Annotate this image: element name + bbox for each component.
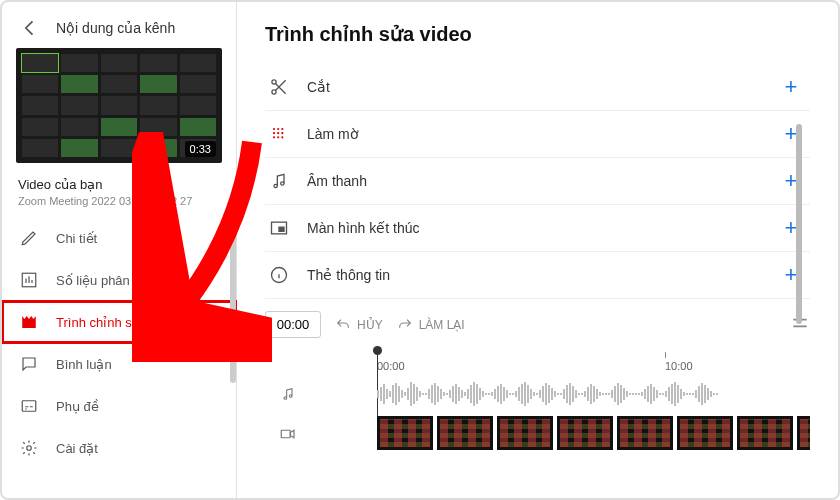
timeline-ruler: 00:00 10:00 — [265, 350, 810, 374]
gear-icon — [20, 439, 38, 457]
svg-point-11 — [273, 136, 275, 138]
sidebar-title: Nội dung của kênh — [56, 20, 175, 36]
editor-tool-list: Cắt + Làm mờ + — [265, 64, 810, 299]
tool-row-infocard[interactable]: Thẻ thông tin + — [265, 252, 810, 299]
endscreen-icon — [269, 218, 289, 238]
nav-item-subtitles[interactable]: Phụ đề — [2, 385, 236, 427]
nav-label: Bình luận — [56, 357, 112, 372]
svg-point-4 — [272, 90, 276, 94]
video-user-title: Video của bạn — [18, 177, 220, 192]
tool-list-scrollbar[interactable] — [796, 124, 802, 324]
nav-label: Phụ đề — [56, 399, 99, 414]
camera-icon — [265, 425, 311, 443]
back-arrow-icon[interactable] — [20, 18, 40, 38]
tool-row-cut[interactable]: Cắt + — [265, 64, 810, 111]
nav-item-analytics[interactable]: Số liệu phân tích — [2, 259, 236, 301]
nav-item-details[interactable]: Chi tiết — [2, 217, 236, 259]
info-icon — [269, 265, 289, 285]
svg-point-14 — [274, 184, 277, 187]
tool-label: Làm mờ — [307, 126, 359, 142]
svg-point-15 — [281, 182, 284, 185]
svg-rect-17 — [279, 227, 284, 231]
plus-icon[interactable]: + — [780, 76, 802, 98]
svg-point-6 — [277, 128, 279, 130]
svg-point-9 — [277, 132, 279, 134]
sidebar: Nội dung của kênh 0:33 Video của bạn Zoo… — [2, 2, 237, 498]
music-note-icon — [269, 171, 289, 191]
undo-button[interactable]: HỦY — [335, 317, 383, 333]
video-filename: Zoom Meeting 2022 03 30 08 02 27 — [18, 195, 220, 207]
page-title: Trình chỉnh sửa video — [265, 22, 810, 46]
redo-label: LÀM LẠI — [419, 318, 465, 332]
pencil-icon — [20, 229, 38, 247]
tool-row-blur[interactable]: Làm mờ + — [265, 111, 810, 158]
nav-label: Trình chỉnh sửa — [56, 315, 147, 330]
svg-point-8 — [273, 132, 275, 134]
tool-label: Cắt — [307, 79, 330, 95]
analytics-icon — [20, 271, 38, 289]
video-thumbnail[interactable]: 0:33 — [2, 48, 236, 171]
svg-rect-1 — [22, 401, 36, 412]
undo-label: HỦY — [357, 318, 383, 332]
scissors-icon — [269, 77, 289, 97]
comments-icon — [20, 355, 38, 373]
svg-point-20 — [289, 395, 292, 398]
tool-row-audio[interactable]: Âm thanh + — [265, 158, 810, 205]
svg-point-13 — [281, 136, 283, 138]
nav-label: Cài đặt — [56, 441, 98, 456]
subtitles-icon — [20, 397, 38, 415]
redo-button[interactable]: LÀM LẠI — [397, 317, 465, 333]
svg-point-5 — [273, 128, 275, 130]
svg-rect-21 — [281, 430, 290, 438]
sidebar-nav: Chi tiết Số liệu phân tích Trình chỉnh s… — [2, 217, 236, 469]
tool-row-endscreen[interactable]: Màn hình kết thúc + — [265, 205, 810, 252]
sidebar-scrollbar[interactable] — [230, 14, 236, 486]
sidebar-header: Nội dung của kênh — [2, 14, 236, 48]
svg-point-19 — [284, 397, 287, 400]
ruler-mark: 00:00 — [377, 350, 405, 372]
video-track[interactable] — [265, 414, 810, 454]
music-note-icon — [265, 386, 311, 402]
svg-point-2 — [27, 446, 32, 451]
clapperboard-icon — [20, 313, 38, 331]
svg-point-7 — [281, 128, 283, 130]
main-panel: Trình chỉnh sửa video Cắt + — [237, 2, 838, 498]
nav-item-settings[interactable]: Cài đặt — [2, 427, 236, 469]
svg-point-3 — [272, 80, 276, 84]
tool-label: Màn hình kết thúc — [307, 220, 420, 236]
nav-label: Số liệu phân tích — [56, 273, 154, 288]
tool-label: Thẻ thông tin — [307, 267, 390, 283]
video-meta: Video của bạn Zoom Meeting 2022 03 30 08… — [2, 171, 236, 217]
redo-icon — [397, 317, 413, 333]
svg-point-10 — [281, 132, 283, 134]
nav-item-editor[interactable]: Trình chỉnh sửa — [2, 301, 236, 343]
undo-icon — [335, 317, 351, 333]
thumbnail-duration: 0:33 — [185, 141, 216, 157]
svg-point-12 — [277, 136, 279, 138]
ruler-mark: 10:00 — [665, 350, 693, 372]
timeline[interactable]: 00:00 10:00 — [265, 350, 810, 454]
audio-track[interactable] — [265, 374, 810, 414]
timeline-controls: 00:00 HỦY LÀM LẠI — [265, 299, 810, 344]
blur-icon — [269, 124, 289, 144]
nav-item-comments[interactable]: Bình luận — [2, 343, 236, 385]
nav-label: Chi tiết — [56, 231, 97, 246]
tool-label: Âm thanh — [307, 173, 367, 189]
current-time-input[interactable]: 00:00 — [265, 311, 321, 338]
